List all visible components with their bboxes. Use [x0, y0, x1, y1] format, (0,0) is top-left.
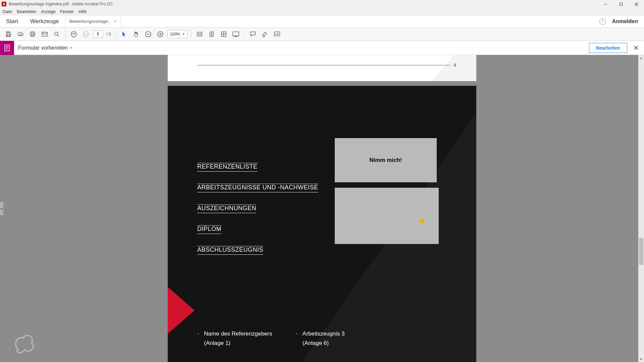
- window-titlebar: Bewerbungsvorlage Ingenieur.pdf - Adobe …: [0, 0, 644, 8]
- tab-start[interactable]: Start: [0, 15, 24, 27]
- link-arbeitszeugnisse[interactable]: ARBEITSZEUGNISSE UND -NACHWEISE: [197, 184, 318, 192]
- bullet-text: (Anlage 6): [303, 340, 345, 347]
- link-referenzenliste[interactable]: REFERENZENLISTE: [197, 163, 258, 172]
- fit-page-icon[interactable]: [207, 29, 217, 39]
- bullet-item: • Name des Referenzgebers (Anlage 1): [197, 330, 272, 347]
- signin-button[interactable]: Anmelden: [612, 18, 638, 24]
- window-title: Bewerbungsvorlage Ingenieur.pdf - Adobe …: [9, 2, 113, 6]
- menu-fenster[interactable]: Fenster: [60, 9, 74, 14]
- chevron-down-icon: ▾: [70, 46, 72, 50]
- comment-icon[interactable]: [248, 29, 258, 39]
- window-close-button[interactable]: [629, 0, 644, 8]
- tab-row: Start Werkzeuge Bewerbungsvorlage... × ?…: [0, 15, 644, 27]
- menu-hilfe[interactable]: Hilfe: [78, 9, 87, 14]
- svg-rect-23: [233, 32, 239, 36]
- page-number-input[interactable]: [93, 31, 103, 38]
- svg-rect-10: [42, 32, 47, 36]
- svg-rect-26: [274, 32, 280, 36]
- sidebar-expand-handle[interactable]: ▸: [0, 202, 3, 215]
- page-down-icon[interactable]: [81, 29, 91, 39]
- print-icon[interactable]: [28, 29, 38, 39]
- tab-document-label: Bewerbungsvorlage...: [69, 19, 112, 24]
- link-auszeichnungen[interactable]: AUSZEICHNUNGEN: [197, 204, 256, 213]
- zoom-select[interactable]: 100% ▼: [167, 30, 187, 38]
- previous-page-sliver: 4: [168, 55, 476, 81]
- attachment-links: REFERENZENLISTE ARBEITSZEUGNISSE UND -NA…: [197, 163, 318, 255]
- chevron-down-icon: ▼: [182, 33, 185, 36]
- red-triangle-accent: [168, 287, 195, 334]
- svg-line-12: [58, 35, 59, 37]
- svg-rect-5: [7, 32, 9, 33]
- svg-point-13: [71, 32, 76, 37]
- app-icon: [1, 1, 7, 7]
- pointer-icon[interactable]: [119, 29, 129, 39]
- zoom-out-icon[interactable]: [143, 29, 153, 39]
- tab-document[interactable]: Bewerbungsvorlage... ×: [65, 15, 121, 27]
- bullet-columns: • Name des Referenzgebers (Anlage 1) • A…: [197, 330, 456, 347]
- tab-werkzeuge[interactable]: Werkzeuge: [24, 15, 65, 27]
- page-corner-fold: [409, 55, 476, 81]
- close-panel-button[interactable]: ✕: [632, 44, 640, 52]
- zoom-value: 100%: [170, 32, 180, 37]
- bullet-text: Name des Referenzgebers: [204, 330, 272, 337]
- window-minimize-button[interactable]: [598, 0, 613, 8]
- form-field-label: Nimm mich!: [369, 157, 402, 164]
- menu-datei[interactable]: Datei: [3, 9, 12, 14]
- cloud-icon[interactable]: [15, 29, 25, 39]
- hand-icon[interactable]: [131, 29, 141, 39]
- bullet-dot-icon: •: [296, 330, 298, 347]
- toolbar-separator: [191, 30, 191, 38]
- form-badge-icon[interactable]: [0, 41, 14, 55]
- fit-width-icon[interactable]: [195, 29, 205, 39]
- menu-bearbeiten[interactable]: Bearbeiten: [17, 9, 36, 14]
- bullet-item: • Arbeitszeugnis 3 (Anlage 6): [296, 330, 344, 347]
- reflow-icon[interactable]: [219, 29, 229, 39]
- svg-point-11: [55, 32, 58, 35]
- form-prepare-bar: Formular vorbereiten ▾ Bearbeiten ✕: [0, 41, 644, 55]
- page-total-label: / 5: [105, 32, 112, 37]
- form-field-empty[interactable]: [335, 188, 439, 244]
- bullet-text: (Anlage 1): [204, 340, 272, 347]
- form-prepare-dropdown[interactable]: Formular vorbereiten ▾: [18, 45, 72, 51]
- bullet-dot-icon: •: [197, 330, 199, 347]
- svg-rect-2: [620, 3, 622, 5]
- scroll-thumb[interactable]: [639, 238, 643, 265]
- form-field-nimm-mich[interactable]: Nimm mich!: [335, 138, 437, 182]
- page-up-icon[interactable]: [69, 29, 79, 39]
- window-maximize-button[interactable]: [613, 0, 629, 8]
- read-mode-icon[interactable]: [231, 29, 241, 39]
- watermark-icon: [11, 331, 37, 355]
- previous-page-number: 4: [453, 62, 456, 68]
- scroll-up-icon[interactable]: ▲: [638, 55, 644, 61]
- tab-document-close-icon[interactable]: ×: [114, 19, 117, 24]
- current-page: REFERENZENLISTE ARBEITSZEUGNISSE UND -NA…: [168, 86, 476, 362]
- toolbar-separator: [115, 30, 116, 38]
- vertical-scrollbar[interactable]: ▲ ▼: [638, 55, 644, 362]
- menu-anzeige[interactable]: Anzeige: [41, 9, 55, 14]
- svg-point-14: [83, 32, 89, 37]
- toolbar-separator: [65, 30, 65, 38]
- zoom-in-icon[interactable]: [155, 29, 165, 39]
- help-icon[interactable]: ?: [599, 18, 606, 25]
- save-icon[interactable]: [3, 29, 13, 39]
- menubar: Datei Bearbeiten Anzeige Fenster Hilfe: [0, 8, 644, 15]
- link-abschlusszeugnis[interactable]: ABSCHLUSSZEUGNIS: [197, 246, 263, 255]
- svg-rect-6: [7, 35, 10, 36]
- bullet-text: Arbeitszeugnis 3: [303, 330, 345, 337]
- document-area[interactable]: ▸ 4 REFERENZENLISTE ARBEITSZEUGNISSE UND…: [0, 55, 644, 362]
- highlight-icon[interactable]: [260, 29, 270, 39]
- scroll-down-icon[interactable]: ▼: [638, 356, 644, 362]
- signature-icon[interactable]: [272, 29, 282, 39]
- mail-icon[interactable]: [40, 29, 50, 39]
- form-prepare-label: Formular vorbereiten: [18, 45, 68, 51]
- toolbar: / 5 100% ▼: [0, 27, 644, 41]
- search-icon[interactable]: [52, 29, 62, 39]
- pages-container: 4 REFERENZENLISTE ARBEITSZEUGNISSE UND -…: [168, 55, 476, 362]
- toolbar-separator: [244, 30, 245, 38]
- edit-button[interactable]: Bearbeiten: [589, 43, 627, 53]
- link-diplom[interactable]: DIPLOM: [197, 225, 221, 234]
